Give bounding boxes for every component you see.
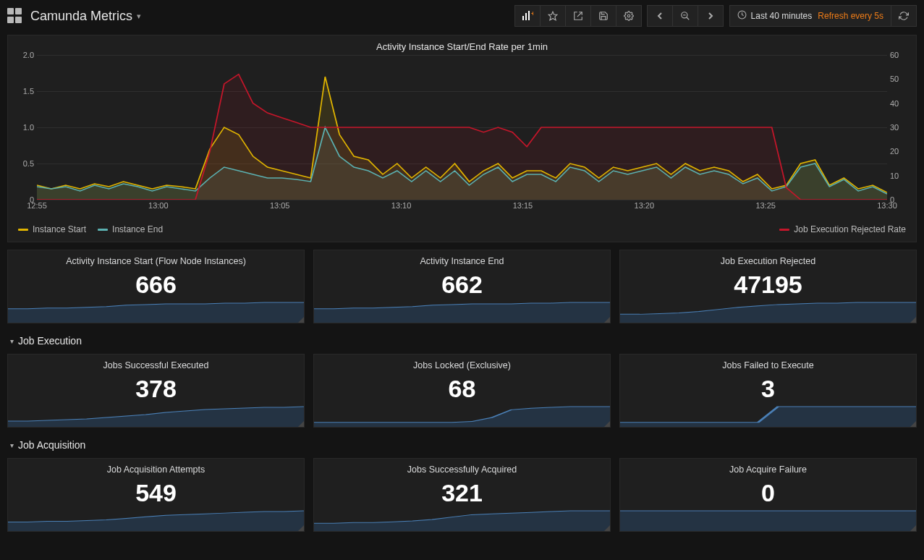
sparkline (314, 509, 610, 531)
sparkline (620, 301, 916, 323)
stat-panel-job-execution-rejected[interactable]: Job Execution Rejected47195 (619, 250, 917, 323)
sparkline (314, 301, 610, 323)
settings-button[interactable] (616, 5, 642, 27)
svg-marker-4 (548, 12, 557, 20)
svg-point-5 (627, 14, 630, 17)
legend-instance-start[interactable]: Instance Start (18, 224, 86, 234)
resize-handle-icon[interactable] (298, 421, 304, 427)
legend-instance-end[interactable]: Instance End (98, 224, 163, 234)
refresh-button[interactable] (891, 5, 917, 27)
stat-panel-jobs-successful-executed[interactable]: Jobs Successful Executed378 (7, 354, 305, 428)
svg-line-7 (686, 17, 689, 20)
chevron-down-icon: ▾ (10, 441, 14, 449)
stat-row-3: Job Acquisition Attempts549Jobs Successf… (7, 458, 917, 532)
x-axis: 12:5513:0013:0513:1013:1513:2013:2513:30 (37, 201, 887, 216)
time-back-button[interactable] (647, 5, 673, 27)
stat-value: 68 (314, 375, 610, 403)
toolbar-group-main: + (515, 5, 642, 27)
refresh-interval-label: Refresh every 5s (818, 11, 883, 21)
save-button[interactable] (590, 5, 616, 27)
sparkline (8, 301, 304, 323)
stat-title: Job Acquisition Attempts (8, 459, 304, 476)
stat-row-2: Jobs Successful Executed378Jobs Locked (… (7, 354, 917, 428)
stat-panel-activity-instance-end[interactable]: Activity Instance End662 (313, 250, 611, 323)
svg-rect-2 (528, 11, 530, 20)
stat-value: 378 (8, 375, 304, 403)
sparkline (620, 405, 916, 427)
sparkline (314, 405, 610, 427)
svg-text:+: + (531, 11, 533, 17)
sparkline (8, 509, 304, 531)
time-range-picker[interactable]: Last 40 minutes Refresh every 5s (729, 5, 891, 27)
chevron-down-icon: ▾ (10, 337, 14, 345)
zoom-out-button[interactable] (672, 5, 698, 27)
add-panel-button[interactable]: + (514, 5, 541, 27)
share-button[interactable] (565, 5, 591, 27)
stat-panel-job-acquire-failure[interactable]: Job Acquire Failure0 (619, 458, 917, 532)
top-bar: Camunda Metrics ▾ + L (0, 0, 924, 32)
dashboard-picker-caret-icon[interactable]: ▾ (137, 12, 141, 21)
stat-title: Jobs Successful Executed (8, 355, 304, 372)
stat-title: Job Acquire Failure (620, 459, 916, 476)
stat-value: 0 (620, 479, 916, 507)
stat-value: 3 (620, 375, 916, 403)
stat-value: 662 (314, 271, 610, 299)
panel-activity-rate-chart[interactable]: Activity Instance Start/End Rate per 1mi… (7, 35, 917, 242)
resize-handle-icon[interactable] (910, 421, 916, 427)
time-forward-button[interactable] (698, 5, 724, 27)
svg-rect-1 (525, 13, 527, 20)
stat-panel-jobs-locked-exclusive[interactable]: Jobs Locked (Exclusive)68 (313, 354, 611, 428)
y-axis-right: 0102030405060 (890, 55, 915, 200)
stat-panel-activity-instance-start[interactable]: Activity Instance Start (Flow Node Insta… (7, 250, 305, 323)
chart-plot-area[interactable]: 00.51.01.52.0 0102030405060 12:5513:0013… (37, 55, 887, 221)
resize-handle-icon[interactable] (298, 525, 304, 531)
resize-handle-icon[interactable] (604, 525, 610, 531)
section-job-execution[interactable]: ▾ Job Execution (10, 335, 917, 347)
sparkline (8, 405, 304, 427)
resize-handle-icon[interactable] (604, 421, 610, 427)
chart-legend: Instance Start Instance End Job Executio… (8, 221, 916, 242)
stat-value: 47195 (620, 271, 916, 299)
resize-handle-icon[interactable] (910, 317, 916, 323)
stat-title: Jobs Successfully Acquired (314, 459, 610, 476)
stat-title: Jobs Locked (Exclusive) (314, 355, 610, 372)
section-job-acquisition[interactable]: ▾ Job Acquisition (10, 439, 917, 451)
y-axis-left: 00.51.01.52.0 (9, 55, 34, 200)
stat-row-1: Activity Instance Start (Flow Node Insta… (7, 250, 917, 323)
legend-job-rejected-rate[interactable]: Job Execution Rejected Rate (779, 224, 906, 234)
star-button[interactable] (540, 5, 566, 27)
dashboard-title[interactable]: Camunda Metrics (30, 9, 132, 24)
time-range-label: Last 40 minutes (751, 11, 813, 21)
stat-value: 321 (314, 479, 610, 507)
stat-value: 549 (8, 479, 304, 507)
dashboard-body: Activity Instance Start/End Rate per 1mi… (0, 32, 924, 546)
stat-title: Jobs Failed to Execute (620, 355, 916, 372)
section-label: Job Acquisition (18, 439, 85, 451)
resize-handle-icon[interactable] (604, 317, 610, 323)
stat-panel-jobs-failed-to-execute[interactable]: Jobs Failed to Execute3 (619, 354, 917, 428)
resize-handle-icon[interactable] (298, 317, 304, 323)
stat-value: 666 (8, 271, 304, 299)
stat-title: Activity Instance End (314, 250, 610, 268)
section-label: Job Execution (18, 335, 82, 347)
stat-panel-jobs-successfully-acquired[interactable]: Jobs Successfully Acquired321 (313, 458, 611, 532)
toolbar-group-nav (648, 5, 724, 27)
svg-rect-0 (522, 16, 524, 20)
stat-title: Job Execution Rejected (620, 250, 916, 268)
resize-handle-icon[interactable] (910, 525, 916, 531)
sparkline (620, 509, 916, 531)
panel-title: Activity Instance Start/End Rate per 1mi… (8, 35, 916, 55)
grafana-logo-icon[interactable] (7, 8, 23, 24)
chart-lines (37, 55, 887, 200)
stat-panel-job-acquisition-attempts[interactable]: Job Acquisition Attempts549 (7, 458, 305, 532)
clock-icon (737, 10, 747, 22)
stat-title: Activity Instance Start (Flow Node Insta… (8, 250, 304, 268)
